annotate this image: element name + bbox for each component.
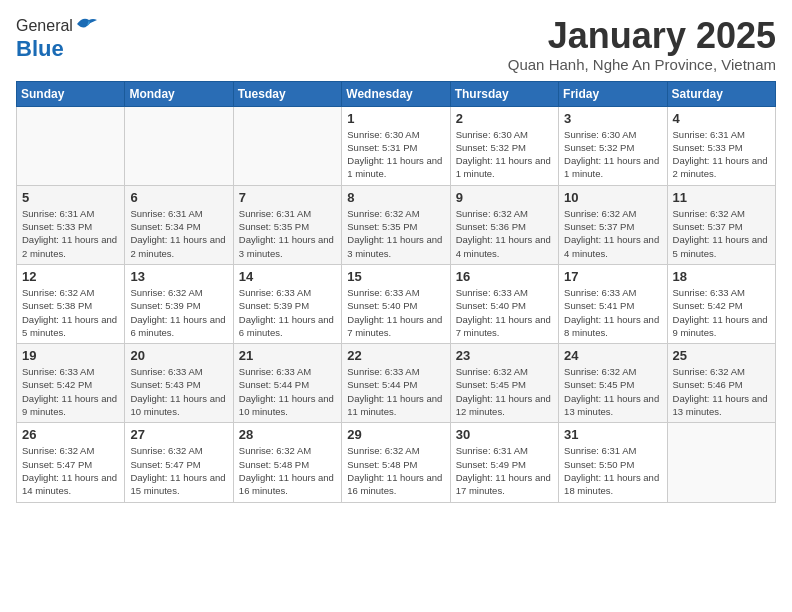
day-info: Sunrise: 6:31 AM Sunset: 5:35 PM Dayligh… — [239, 207, 336, 260]
day-info: Sunrise: 6:31 AM Sunset: 5:33 PM Dayligh… — [673, 128, 770, 181]
day-info: Sunrise: 6:32 AM Sunset: 5:37 PM Dayligh… — [564, 207, 661, 260]
day-info: Sunrise: 6:33 AM Sunset: 5:42 PM Dayligh… — [673, 286, 770, 339]
calendar-title: January 2025 — [508, 16, 776, 56]
weekday-header-friday: Friday — [559, 81, 667, 106]
day-info: Sunrise: 6:32 AM Sunset: 5:45 PM Dayligh… — [564, 365, 661, 418]
day-info: Sunrise: 6:33 AM Sunset: 5:42 PM Dayligh… — [22, 365, 119, 418]
calendar-cell: 11Sunrise: 6:32 AM Sunset: 5:37 PM Dayli… — [667, 185, 775, 264]
day-info: Sunrise: 6:32 AM Sunset: 5:47 PM Dayligh… — [130, 444, 227, 497]
day-number: 31 — [564, 427, 661, 442]
day-info: Sunrise: 6:32 AM Sunset: 5:38 PM Dayligh… — [22, 286, 119, 339]
weekday-header-monday: Monday — [125, 81, 233, 106]
day-info: Sunrise: 6:31 AM Sunset: 5:34 PM Dayligh… — [130, 207, 227, 260]
calendar-cell: 13Sunrise: 6:32 AM Sunset: 5:39 PM Dayli… — [125, 264, 233, 343]
calendar-table: SundayMondayTuesdayWednesdayThursdayFrid… — [16, 81, 776, 503]
calendar-cell: 21Sunrise: 6:33 AM Sunset: 5:44 PM Dayli… — [233, 344, 341, 423]
calendar-cell: 17Sunrise: 6:33 AM Sunset: 5:41 PM Dayli… — [559, 264, 667, 343]
weekday-header-tuesday: Tuesday — [233, 81, 341, 106]
day-info: Sunrise: 6:31 AM Sunset: 5:33 PM Dayligh… — [22, 207, 119, 260]
day-info: Sunrise: 6:32 AM Sunset: 5:47 PM Dayligh… — [22, 444, 119, 497]
day-number: 6 — [130, 190, 227, 205]
calendar-week-row: 26Sunrise: 6:32 AM Sunset: 5:47 PM Dayli… — [17, 423, 776, 502]
day-number: 2 — [456, 111, 553, 126]
day-info: Sunrise: 6:33 AM Sunset: 5:41 PM Dayligh… — [564, 286, 661, 339]
day-number: 15 — [347, 269, 444, 284]
calendar-cell: 20Sunrise: 6:33 AM Sunset: 5:43 PM Dayli… — [125, 344, 233, 423]
day-info: Sunrise: 6:32 AM Sunset: 5:45 PM Dayligh… — [456, 365, 553, 418]
logo-blue-text: Blue — [16, 36, 64, 62]
day-info: Sunrise: 6:31 AM Sunset: 5:49 PM Dayligh… — [456, 444, 553, 497]
day-info: Sunrise: 6:32 AM Sunset: 5:35 PM Dayligh… — [347, 207, 444, 260]
calendar-week-row: 12Sunrise: 6:32 AM Sunset: 5:38 PM Dayli… — [17, 264, 776, 343]
day-number: 13 — [130, 269, 227, 284]
logo-general-text: General — [16, 17, 73, 35]
day-number: 26 — [22, 427, 119, 442]
day-info: Sunrise: 6:32 AM Sunset: 5:39 PM Dayligh… — [130, 286, 227, 339]
calendar-cell: 26Sunrise: 6:32 AM Sunset: 5:47 PM Dayli… — [17, 423, 125, 502]
day-info: Sunrise: 6:32 AM Sunset: 5:48 PM Dayligh… — [239, 444, 336, 497]
day-number: 1 — [347, 111, 444, 126]
calendar-cell: 24Sunrise: 6:32 AM Sunset: 5:45 PM Dayli… — [559, 344, 667, 423]
calendar-cell: 7Sunrise: 6:31 AM Sunset: 5:35 PM Daylig… — [233, 185, 341, 264]
calendar-cell: 8Sunrise: 6:32 AM Sunset: 5:35 PM Daylig… — [342, 185, 450, 264]
weekday-header-sunday: Sunday — [17, 81, 125, 106]
calendar-cell — [667, 423, 775, 502]
calendar-cell: 3Sunrise: 6:30 AM Sunset: 5:32 PM Daylig… — [559, 106, 667, 185]
logo: General Blue — [16, 16, 97, 62]
day-number: 9 — [456, 190, 553, 205]
calendar-cell: 15Sunrise: 6:33 AM Sunset: 5:40 PM Dayli… — [342, 264, 450, 343]
calendar-cell — [233, 106, 341, 185]
day-number: 11 — [673, 190, 770, 205]
day-number: 30 — [456, 427, 553, 442]
day-number: 5 — [22, 190, 119, 205]
day-info: Sunrise: 6:33 AM Sunset: 5:40 PM Dayligh… — [347, 286, 444, 339]
calendar-cell: 10Sunrise: 6:32 AM Sunset: 5:37 PM Dayli… — [559, 185, 667, 264]
calendar-cell: 5Sunrise: 6:31 AM Sunset: 5:33 PM Daylig… — [17, 185, 125, 264]
weekday-header-saturday: Saturday — [667, 81, 775, 106]
calendar-cell: 27Sunrise: 6:32 AM Sunset: 5:47 PM Dayli… — [125, 423, 233, 502]
day-number: 28 — [239, 427, 336, 442]
day-number: 22 — [347, 348, 444, 363]
calendar-cell: 14Sunrise: 6:33 AM Sunset: 5:39 PM Dayli… — [233, 264, 341, 343]
day-number: 3 — [564, 111, 661, 126]
day-info: Sunrise: 6:30 AM Sunset: 5:32 PM Dayligh… — [564, 128, 661, 181]
day-number: 19 — [22, 348, 119, 363]
day-info: Sunrise: 6:33 AM Sunset: 5:40 PM Dayligh… — [456, 286, 553, 339]
day-info: Sunrise: 6:32 AM Sunset: 5:36 PM Dayligh… — [456, 207, 553, 260]
day-info: Sunrise: 6:31 AM Sunset: 5:50 PM Dayligh… — [564, 444, 661, 497]
day-info: Sunrise: 6:32 AM Sunset: 5:46 PM Dayligh… — [673, 365, 770, 418]
day-info: Sunrise: 6:33 AM Sunset: 5:44 PM Dayligh… — [239, 365, 336, 418]
day-info: Sunrise: 6:32 AM Sunset: 5:37 PM Dayligh… — [673, 207, 770, 260]
day-number: 4 — [673, 111, 770, 126]
calendar-cell: 30Sunrise: 6:31 AM Sunset: 5:49 PM Dayli… — [450, 423, 558, 502]
day-number: 24 — [564, 348, 661, 363]
day-number: 20 — [130, 348, 227, 363]
calendar-cell: 19Sunrise: 6:33 AM Sunset: 5:42 PM Dayli… — [17, 344, 125, 423]
calendar-subtitle: Quan Hanh, Nghe An Province, Vietnam — [508, 56, 776, 73]
calendar-cell: 2Sunrise: 6:30 AM Sunset: 5:32 PM Daylig… — [450, 106, 558, 185]
day-info: Sunrise: 6:30 AM Sunset: 5:31 PM Dayligh… — [347, 128, 444, 181]
calendar-cell: 23Sunrise: 6:32 AM Sunset: 5:45 PM Dayli… — [450, 344, 558, 423]
day-number: 25 — [673, 348, 770, 363]
calendar-cell: 6Sunrise: 6:31 AM Sunset: 5:34 PM Daylig… — [125, 185, 233, 264]
calendar-cell: 18Sunrise: 6:33 AM Sunset: 5:42 PM Dayli… — [667, 264, 775, 343]
weekday-header-wednesday: Wednesday — [342, 81, 450, 106]
day-number: 12 — [22, 269, 119, 284]
calendar-week-row: 19Sunrise: 6:33 AM Sunset: 5:42 PM Dayli… — [17, 344, 776, 423]
calendar-week-row: 5Sunrise: 6:31 AM Sunset: 5:33 PM Daylig… — [17, 185, 776, 264]
day-number: 7 — [239, 190, 336, 205]
calendar-cell: 16Sunrise: 6:33 AM Sunset: 5:40 PM Dayli… — [450, 264, 558, 343]
title-block: January 2025 Quan Hanh, Nghe An Province… — [508, 16, 776, 73]
calendar-cell — [125, 106, 233, 185]
calendar-cell: 29Sunrise: 6:32 AM Sunset: 5:48 PM Dayli… — [342, 423, 450, 502]
calendar-week-row: 1Sunrise: 6:30 AM Sunset: 5:31 PM Daylig… — [17, 106, 776, 185]
calendar-cell: 28Sunrise: 6:32 AM Sunset: 5:48 PM Dayli… — [233, 423, 341, 502]
calendar-cell: 22Sunrise: 6:33 AM Sunset: 5:44 PM Dayli… — [342, 344, 450, 423]
day-number: 18 — [673, 269, 770, 284]
calendar-cell: 1Sunrise: 6:30 AM Sunset: 5:31 PM Daylig… — [342, 106, 450, 185]
day-number: 17 — [564, 269, 661, 284]
calendar-cell: 31Sunrise: 6:31 AM Sunset: 5:50 PM Dayli… — [559, 423, 667, 502]
day-number: 10 — [564, 190, 661, 205]
calendar-cell — [17, 106, 125, 185]
weekday-header-row: SundayMondayTuesdayWednesdayThursdayFrid… — [17, 81, 776, 106]
